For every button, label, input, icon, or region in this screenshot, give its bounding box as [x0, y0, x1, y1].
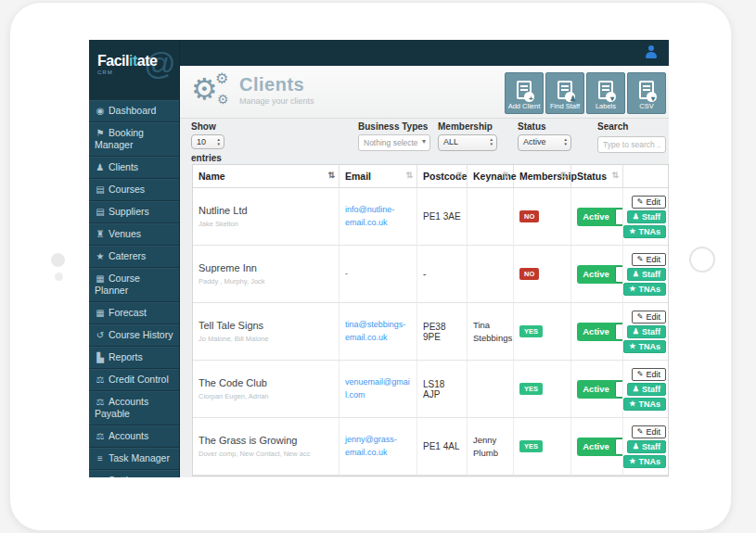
- sort-icon[interactable]: ⇅: [611, 171, 619, 180]
- search-input[interactable]: [597, 136, 666, 153]
- user-icon-body: [646, 52, 657, 58]
- tnas-button[interactable]: ★TNAs: [623, 225, 666, 238]
- column-header-postcode[interactable]: Postcode⇅: [417, 165, 468, 188]
- reports-icon: ▙: [95, 351, 106, 363]
- tnas-label: TNAs: [638, 285, 660, 294]
- labels-button[interactable]: ▾ Labels: [586, 72, 625, 114]
- tnas-label: TNAs: [638, 342, 660, 351]
- client-email-link[interactable]: tina@stebbings-email.co.uk: [345, 319, 411, 344]
- sort-icon[interactable]: ⇅: [455, 171, 463, 180]
- user-icon[interactable]: [645, 45, 657, 58]
- column-header-keyname[interactable]: Keyname⇅: [468, 165, 514, 188]
- sidebar-item-clients[interactable]: ♟Clients: [89, 156, 179, 178]
- sidebar-nav: ◉Dashboard ⚑Booking Manager ♟Clients ▤Co…: [89, 99, 179, 477]
- gears-icon: ⚙ ⚙ ⚙: [191, 73, 237, 112]
- tnas-button[interactable]: ★TNAs: [623, 398, 666, 411]
- status-label: Active: [577, 208, 615, 226]
- sidebar-item-forecast[interactable]: ▦Forecast: [89, 301, 179, 324]
- sidebar-item-credit-control[interactable]: ⚖Credit Control: [89, 368, 179, 390]
- edit-button[interactable]: ✎Edit: [632, 368, 666, 381]
- tnas-label: TNAs: [638, 400, 660, 409]
- app-screen: @ Facilitate CRM ◉Dashboard ⚑Booking Man…: [89, 40, 669, 477]
- edit-icon: ✎: [637, 255, 644, 263]
- sort-icon[interactable]: ⇅: [559, 171, 567, 180]
- csv-button[interactable]: ▾ CSV: [627, 72, 666, 114]
- column-header-status[interactable]: Status⇅: [571, 165, 623, 188]
- staff-button[interactable]: ♟Staff: [627, 325, 666, 338]
- sidebar-item-reports[interactable]: ▙Reports: [89, 346, 179, 368]
- users-icon: ♟: [633, 327, 639, 336]
- client-email-link[interactable]: info@nutline-email.co.uk: [345, 204, 411, 229]
- tool-label: Find Staff: [550, 102, 580, 110]
- sidebar-item-courses[interactable]: ▤Courses: [89, 178, 179, 200]
- toggle-knob: [615, 324, 623, 340]
- add-client-icon: +: [517, 81, 532, 99]
- tnas-button[interactable]: ★TNAs: [623, 455, 666, 468]
- tnas-button[interactable]: ★TNAs: [623, 283, 666, 296]
- membership-cell: YES: [514, 361, 571, 418]
- status-toggle[interactable]: Active: [577, 323, 623, 341]
- sidebar-item-course-history[interactable]: ↺Course History: [89, 324, 179, 346]
- sidebar-item-settings[interactable]: ⚙Settings: [89, 469, 179, 477]
- column-header-membership[interactable]: Membership⇅: [514, 165, 571, 188]
- sidebar-item-task-manager[interactable]: ≡Task Manager: [89, 447, 179, 469]
- status-toggle[interactable]: Active: [577, 265, 623, 284]
- sort-icon[interactable]: ⇅: [327, 171, 335, 180]
- client-email-link[interactable]: jenny@grass-email.co.uk: [345, 434, 411, 459]
- sidebar-item-accounts[interactable]: ⚖Accounts: [89, 425, 179, 447]
- sort-icon[interactable]: ⇅: [502, 171, 509, 180]
- edit-button[interactable]: ✎Edit: [632, 425, 666, 438]
- status-toggle[interactable]: Active: [577, 438, 623, 456]
- edit-button[interactable]: ✎Edit: [632, 311, 666, 324]
- staff-button[interactable]: ♟Staff: [627, 210, 666, 223]
- star-icon: ★: [629, 227, 635, 235]
- staff-button[interactable]: ♟Staff: [627, 383, 666, 396]
- tnas-button[interactable]: ★TNAs: [623, 340, 666, 353]
- client-email-cell: info@nutline-email.co.uk: [340, 188, 417, 246]
- client-email-cell: -: [340, 246, 417, 303]
- sidebar-item-label: Reports: [109, 351, 143, 362]
- staff-button[interactable]: ♟Staff: [627, 268, 666, 281]
- sidebar-item-suppliers[interactable]: ▤Suppliers: [89, 200, 179, 222]
- gear-icon: ⚙: [217, 92, 229, 107]
- suppliers-icon: ▤: [95, 206, 106, 218]
- tnas-label: TNAs: [638, 227, 660, 236]
- camera-dot: [51, 253, 65, 267]
- edit-button[interactable]: ✎Edit: [632, 196, 666, 209]
- membership-cell: YES: [514, 418, 571, 476]
- actions-cell: ✎Edit ♟Staff ★TNAs: [623, 246, 668, 303]
- courses-icon: ▤: [95, 184, 106, 196]
- status-select[interactable]: Active ▲▼: [518, 134, 571, 151]
- sort-icon[interactable]: ⇅: [405, 171, 413, 180]
- sidebar-item-booking-manager[interactable]: ⚑Booking Manager: [89, 121, 179, 156]
- edit-label: Edit: [646, 255, 660, 264]
- sidebar-item-accounts-payable[interactable]: ⚖Accounts Payable: [89, 390, 179, 425]
- column-header-name[interactable]: Name⇅: [193, 165, 340, 188]
- scales-icon: ⚖: [95, 430, 106, 442]
- brand-name: Facilitate: [97, 53, 179, 70]
- client-name: Nutline Ltd: [199, 205, 333, 216]
- tablet-frame: @ Facilitate CRM ◉Dashboard ⚑Booking Man…: [9, 2, 732, 531]
- sidebar-item-label: Accounts: [109, 430, 148, 441]
- sidebar-item-label: Settings: [109, 475, 144, 477]
- clients-table: Name⇅ Email⇅ Postcode⇅ Keyname⇅ Membersh…: [192, 164, 669, 476]
- client-email-link[interactable]: venuemail@gmail.com: [345, 376, 411, 401]
- status-cell: Active: [571, 361, 623, 418]
- sidebar-item-dashboard[interactable]: ◉Dashboard: [89, 99, 179, 121]
- column-header-email[interactable]: Email⇅: [340, 165, 417, 188]
- show-entries-select[interactable]: 10 ▲▼: [191, 134, 224, 149]
- status-cell: Active: [571, 188, 623, 246]
- membership-select[interactable]: ALL ▲▼: [438, 134, 497, 151]
- status-toggle[interactable]: Active: [577, 380, 623, 399]
- sidebar-item-caterers[interactable]: ★Caterers: [89, 245, 179, 267]
- sidebar-item-course-planner[interactable]: ▦Course Planner: [89, 267, 179, 301]
- status-toggle[interactable]: Active: [577, 208, 623, 226]
- sidebar-item-label: Caterers: [109, 250, 146, 261]
- page-subtitle: Manage your clients: [239, 96, 314, 106]
- staff-button[interactable]: ♟Staff: [627, 440, 666, 453]
- add-client-button[interactable]: + Add Client: [505, 72, 544, 114]
- business-types-dropdown[interactable]: Nothing selecte ▾: [358, 134, 430, 151]
- find-staff-button[interactable]: ♟ Find Staff: [545, 72, 584, 114]
- edit-button[interactable]: ✎Edit: [632, 253, 666, 266]
- sidebar-item-venues[interactable]: ♜Venues: [89, 222, 179, 245]
